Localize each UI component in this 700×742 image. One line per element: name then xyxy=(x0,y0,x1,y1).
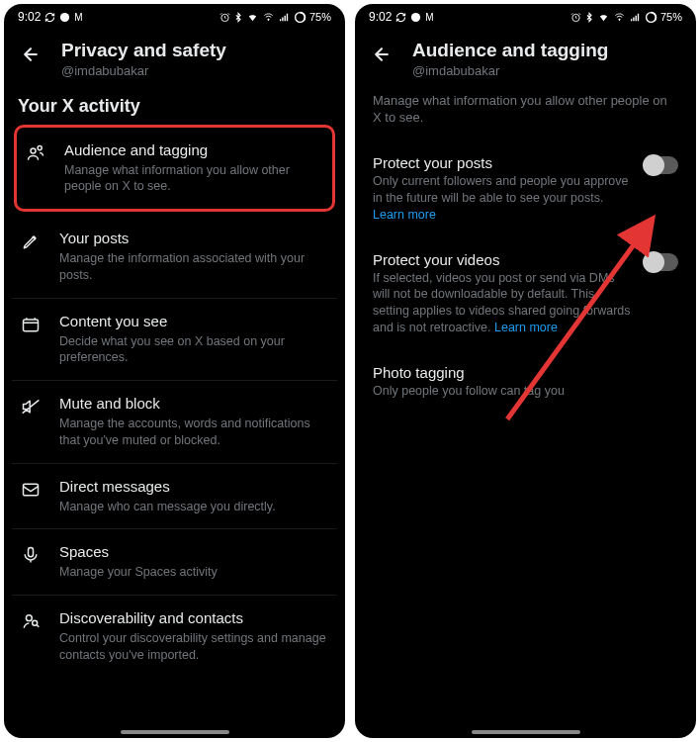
protect-videos-toggle[interactable] xyxy=(645,253,678,271)
home-indicator[interactable] xyxy=(472,730,580,734)
alarm-icon xyxy=(219,12,230,23)
item-desc: Manage who can message you directly. xyxy=(59,499,327,515)
arrow-left-icon xyxy=(21,45,41,64)
setting-title: Protect your posts xyxy=(373,154,633,171)
page-title: Privacy and safety xyxy=(61,40,331,62)
status-app-label: M xyxy=(425,12,433,23)
header-titles: Privacy and safety @imdabubakar xyxy=(61,40,331,78)
item-spaces[interactable]: Spaces Manage your Spaces activity xyxy=(12,529,337,596)
item-title: Discoverability and contacts xyxy=(59,609,327,628)
learn-more-link[interactable]: Learn more xyxy=(494,321,558,334)
setting-title: Photo tagging xyxy=(373,364,678,381)
status-right: 75% xyxy=(219,11,331,24)
item-title: Spaces xyxy=(59,543,327,562)
svg-point-8 xyxy=(26,615,32,621)
envelope-icon xyxy=(20,479,42,501)
item-title: Direct messages xyxy=(59,478,327,497)
sync-icon xyxy=(395,12,406,23)
alarm-icon xyxy=(570,12,581,23)
status-time: 9:02 xyxy=(18,10,41,24)
vowifi-icon xyxy=(613,12,626,23)
status-bar: 9:02 M 75% xyxy=(355,4,696,26)
page-intro: Manage what information you allow other … xyxy=(355,88,696,139)
item-desc: Manage the information associated with y… xyxy=(59,250,327,284)
app-header: Privacy and safety @imdabubakar xyxy=(4,26,345,88)
home-indicator[interactable] xyxy=(121,730,229,734)
status-time: 9:02 xyxy=(369,10,392,24)
status-right: 75% xyxy=(570,11,682,24)
wifi-icon xyxy=(246,12,259,23)
svg-rect-5 xyxy=(24,320,39,331)
settings-list: Audience and tagging Manage what informa… xyxy=(4,123,345,738)
item-desc: Manage your Spaces activity xyxy=(59,564,327,581)
setting-photo-tagging[interactable]: Photo tagging Only people you follow can… xyxy=(355,348,696,412)
setting-desc: Only current followers and people you ap… xyxy=(373,173,633,224)
item-audience-tagging[interactable]: Audience and tagging Manage what informa… xyxy=(17,128,332,210)
battery-circle-icon xyxy=(294,11,306,24)
page-handle: @imdabubakar xyxy=(412,63,682,78)
page-handle: @imdabubakar xyxy=(61,63,331,78)
wifi-icon xyxy=(597,12,610,23)
reddit-icon xyxy=(59,12,70,23)
section-title: Your X activity xyxy=(4,88,345,123)
header-titles: Audience and tagging @imdabubakar xyxy=(412,40,682,78)
highlight-box: Audience and tagging Manage what informa… xyxy=(14,125,335,213)
svg-rect-6 xyxy=(24,484,39,496)
mic-icon xyxy=(20,544,42,566)
svg-point-4 xyxy=(31,148,36,153)
signal-icon xyxy=(629,12,642,23)
item-desc: Control your discoverability settings an… xyxy=(59,630,327,664)
svg-rect-7 xyxy=(29,548,34,557)
bluetooth-icon xyxy=(584,12,594,23)
svg-point-2 xyxy=(268,19,269,20)
back-button[interactable] xyxy=(18,42,44,67)
item-desc: Manage what information you allow other … xyxy=(64,162,322,196)
vowifi-icon xyxy=(262,12,275,23)
bluetooth-icon xyxy=(233,12,243,23)
svg-point-11 xyxy=(619,19,620,20)
item-title: Mute and block xyxy=(59,395,327,414)
signal-icon xyxy=(278,12,291,23)
back-button[interactable] xyxy=(369,42,394,67)
mute-icon xyxy=(20,396,42,417)
item-desc: Decide what you see on X based on your p… xyxy=(59,333,327,367)
setting-desc: If selected, videos you post or send via… xyxy=(373,270,633,337)
person-search-icon xyxy=(20,610,42,632)
battery-circle-icon xyxy=(645,11,657,24)
status-battery: 75% xyxy=(309,11,331,23)
item-title: Content you see xyxy=(59,313,327,331)
item-title: Audience and tagging xyxy=(64,141,322,160)
pencil-icon xyxy=(20,231,42,252)
people-icon xyxy=(25,142,46,164)
status-left: 9:02 M xyxy=(369,10,434,24)
item-content-you-see[interactable]: Content you see Decide what you see on X… xyxy=(12,299,337,382)
arrow-left-icon xyxy=(372,45,392,64)
status-battery: 75% xyxy=(660,11,682,23)
item-discoverability[interactable]: Discoverability and contacts Control you… xyxy=(12,596,337,678)
setting-title: Protect your videos xyxy=(373,251,633,268)
setting-protect-posts[interactable]: Protect your posts Only current follower… xyxy=(355,139,696,235)
status-left: 9:02 M xyxy=(18,10,83,24)
svg-point-0 xyxy=(60,12,69,21)
page-title: Audience and tagging xyxy=(412,40,682,62)
item-direct-messages[interactable]: Direct messages Manage who can message y… xyxy=(12,464,337,530)
item-desc: Manage the accounts, words and notificat… xyxy=(59,416,327,449)
reddit-icon xyxy=(410,12,421,23)
app-header: Audience and tagging @imdabubakar xyxy=(355,26,696,88)
item-your-posts[interactable]: Your posts Manage the information associ… xyxy=(12,216,337,299)
setting-protect-videos[interactable]: Protect your videos If selected, videos … xyxy=(355,235,696,349)
phone-right: 9:02 M 75% Audience and tagging @imdabub… xyxy=(355,4,696,738)
learn-more-link[interactable]: Learn more xyxy=(373,208,436,222)
phone-left: 9:02 M 75% Privacy and safety @imdabubak… xyxy=(4,4,345,738)
setting-desc: Only people you follow can tag you xyxy=(373,383,678,400)
protect-posts-toggle[interactable] xyxy=(645,156,678,174)
status-bar: 9:02 M 75% xyxy=(4,4,345,26)
status-app-label: M xyxy=(74,12,82,23)
item-mute-block[interactable]: Mute and block Manage the accounts, word… xyxy=(12,381,337,464)
content-icon xyxy=(20,314,42,335)
sync-icon xyxy=(44,12,55,23)
item-title: Your posts xyxy=(59,230,327,248)
svg-point-9 xyxy=(411,12,420,21)
